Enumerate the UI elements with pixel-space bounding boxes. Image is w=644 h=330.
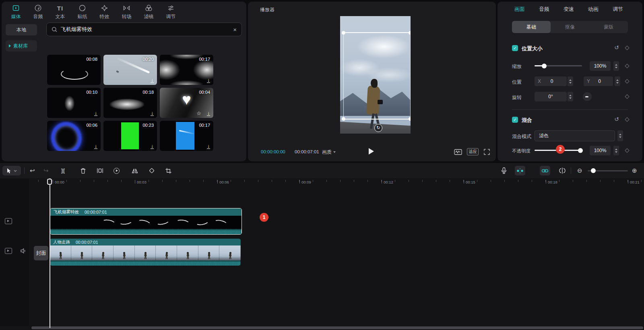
subtab-basic[interactable]: 基础 <box>512 21 551 33</box>
download-icon[interactable]: ↓ <box>151 78 154 83</box>
speed-button[interactable] <box>114 163 120 178</box>
track-visibility-icon[interactable] <box>5 218 12 224</box>
toolbar-item-adjust[interactable]: 调节 <box>160 2 182 23</box>
blend-checkbox[interactable]: ✓ <box>512 117 518 123</box>
position-x-field[interactable]: X0 <box>535 76 567 86</box>
opacity-value[interactable]: 100% <box>590 146 611 155</box>
rotate-button[interactable] <box>148 163 155 178</box>
blend-mode-dropdown[interactable]: 滤色 <box>535 130 615 141</box>
keyframe-diamond-icon[interactable] <box>625 79 629 83</box>
record-voiceover-button[interactable] <box>500 163 508 178</box>
subtab-keying[interactable]: 抠像 <box>551 21 589 33</box>
star-icon[interactable]: ☆ <box>196 110 201 116</box>
download-icon[interactable]: ↓ <box>151 111 154 116</box>
redo-button[interactable]: ↪ <box>43 163 49 178</box>
tab-audio[interactable]: 音频 <box>539 6 549 13</box>
timeline-clip-effect[interactable]: 飞机烟雾特效 00:00:07:01 <box>50 208 242 235</box>
mute-track-button[interactable] <box>20 248 27 256</box>
scale-value[interactable]: 100% <box>590 61 611 71</box>
timeline-zoom-slider[interactable] <box>588 170 628 171</box>
download-icon[interactable]: ↓ <box>207 144 210 149</box>
download-icon[interactable]: ↓ <box>207 78 210 83</box>
library-item[interactable]: 00:06 ↓ <box>47 121 101 151</box>
blend-mode-stepper[interactable] <box>617 130 623 141</box>
cover-button[interactable]: 封面 <box>34 246 48 260</box>
time-ruler[interactable]: 00:00 00:03 00:06 00:09 00:12 00:15 00:1… <box>0 178 644 186</box>
keyframe-diamond-icon[interactable] <box>625 148 629 153</box>
zoom-in-button[interactable]: ⊕ <box>632 163 637 178</box>
keyframe-diamond-icon[interactable] <box>625 117 629 122</box>
split-button[interactable]: ][ <box>61 163 65 178</box>
sidebar-item-local[interactable]: 本地 <box>6 24 37 35</box>
selection-handle[interactable] <box>409 117 411 121</box>
freeze-frame-button[interactable] <box>97 163 103 178</box>
opacity-stepper[interactable] <box>613 146 619 155</box>
selection-handle[interactable] <box>409 31 411 35</box>
keyframe-diamond-icon[interactable] <box>625 94 629 99</box>
position-y-field[interactable]: Y0 <box>584 76 613 86</box>
crop-button[interactable] <box>165 163 172 178</box>
selection-handle[interactable] <box>342 117 345 121</box>
rotate-handle-icon[interactable]: ↻ <box>374 124 382 132</box>
position-x-stepper[interactable] <box>568 76 573 86</box>
toolbar-item-text[interactable]: TI 文本 <box>49 2 71 23</box>
opacity-slider-knob[interactable] <box>578 148 583 153</box>
tab-adjust[interactable]: 调节 <box>613 6 623 13</box>
toolbar-item-audio[interactable]: 音频 <box>27 2 49 23</box>
rotation-dial[interactable] <box>583 92 592 101</box>
preview-axis-button[interactable] <box>559 163 566 178</box>
toolbar-item-effects[interactable]: 特效 <box>93 2 116 23</box>
video-canvas[interactable]: ↻ <box>340 16 411 134</box>
library-item[interactable]: 00:04 ☆ ↓ <box>160 88 213 118</box>
toolbar-item-filter[interactable]: 滤镜 <box>138 2 160 23</box>
horizontal-scrollbar[interactable] <box>31 326 643 329</box>
reset-icon[interactable]: ↺ <box>614 44 619 51</box>
mirror-button[interactable] <box>131 163 138 178</box>
library-item[interactable]: 00:10 ↓ <box>47 88 101 118</box>
zoom-slider-knob[interactable] <box>591 168 596 173</box>
library-item[interactable]: 00:20 ↓ <box>103 55 157 85</box>
tab-animation[interactable]: 动画 <box>588 6 599 13</box>
zoom-out-button[interactable]: ⊖ <box>577 163 582 178</box>
scale-stepper[interactable] <box>613 61 619 71</box>
clear-search-icon[interactable]: × <box>233 26 237 33</box>
toolbar-item-sticker[interactable]: 贴纸 <box>71 2 93 23</box>
delete-button[interactable] <box>80 163 87 178</box>
selection-box[interactable] <box>343 32 411 120</box>
tab-picture[interactable]: 画面 <box>514 6 525 13</box>
search-input[interactable]: 飞机烟雾特效 × <box>46 23 242 36</box>
fullscreen-icon[interactable] <box>483 148 490 155</box>
quality-dropdown[interactable]: 画质 <box>322 149 336 156</box>
library-item[interactable]: 00:23 ↓ <box>103 121 157 151</box>
library-item[interactable]: 00:08 <box>47 55 101 85</box>
library-item[interactable]: 00:18 ↓ <box>103 88 157 118</box>
subtab-mask[interactable]: 蒙版 <box>589 21 628 33</box>
rotation-value[interactable]: 0° <box>535 92 567 101</box>
fit-button[interactable]: 适应 <box>467 148 479 155</box>
download-icon[interactable]: ↓ <box>94 111 97 116</box>
keyframe-diamond-icon[interactable] <box>625 64 629 68</box>
toolbar-item-transition[interactable]: 转场 <box>116 2 138 23</box>
download-icon[interactable]: ↓ <box>151 144 154 149</box>
library-item[interactable]: 00:17 ↓ <box>160 55 213 85</box>
reset-icon[interactable]: ↺ <box>614 116 619 122</box>
scale-slider[interactable] <box>535 65 582 66</box>
undo-button[interactable]: ↩ <box>30 163 35 178</box>
timeline-clip-video[interactable]: 人物走路 00:00:07:01 <box>50 239 241 266</box>
playhead-handle[interactable] <box>47 179 52 185</box>
tab-speed[interactable]: 变速 <box>564 6 574 13</box>
download-icon[interactable]: ↓ <box>207 111 210 116</box>
waveform-preview-icon[interactable] <box>454 148 462 155</box>
keyframe-diamond-icon[interactable] <box>625 45 629 50</box>
library-item[interactable]: 00:17 ↓ <box>160 121 213 151</box>
track-visibility-icon[interactable] <box>5 248 12 254</box>
sidebar-item-library[interactable]: 素材库 <box>6 40 37 52</box>
auto-snap-toggle[interactable] <box>515 166 525 175</box>
scale-slider-knob[interactable] <box>542 64 547 68</box>
download-icon[interactable]: ↓ <box>94 144 97 149</box>
toolbar-item-media[interactable]: 媒体 <box>5 2 27 23</box>
play-button[interactable] <box>369 148 374 155</box>
rotation-stepper[interactable] <box>568 92 573 101</box>
position-y-stepper[interactable] <box>615 76 620 86</box>
link-preview-toggle[interactable] <box>540 166 550 175</box>
